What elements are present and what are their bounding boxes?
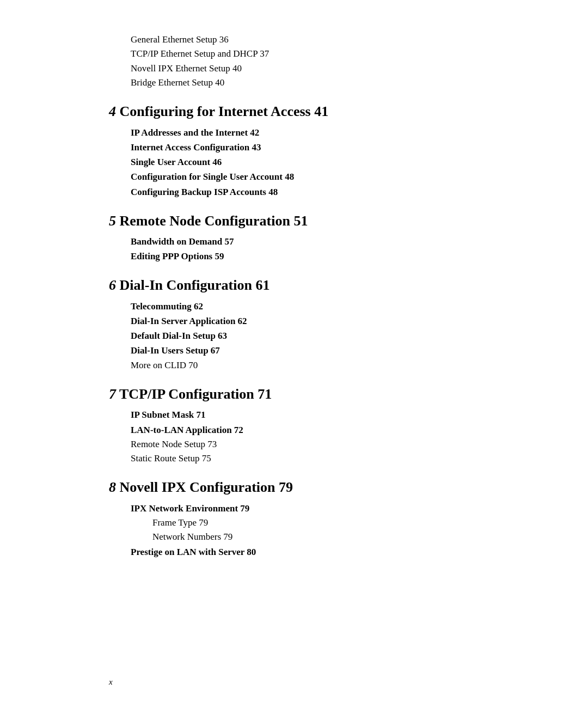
chapter-5-num: 5 <box>109 213 116 229</box>
chapter-7-section: 7 TCP/IP Configuration 71 IP Subnet Mask… <box>109 385 479 466</box>
list-item: Prestige on LAN with Server 80 <box>131 545 479 559</box>
chapter-4-section: 4 Configuring for Internet Access 41 IP … <box>109 102 479 199</box>
top-plain-items: General Ethernet Setup 36 TCP/IP Etherne… <box>109 33 479 90</box>
list-item: LAN-to-LAN Application 72 <box>131 423 479 437</box>
list-item: IP Addresses and the Internet 42 <box>131 125 479 140</box>
list-item: Internet Access Configuration 43 <box>131 140 479 155</box>
chapter-8-heading: 8 Novell IPX Configuration 79 <box>109 478 479 497</box>
chapter-5-section: 5 Remote Node Configuration 51 Bandwidth… <box>109 211 479 264</box>
chapter-6-heading: 6 Dial-In Configuration 61 <box>109 276 479 295</box>
list-item: IP Subnet Mask 71 <box>131 407 479 422</box>
chapter-5-title: Remote Node Configuration 51 <box>120 213 308 229</box>
chapter-4-num: 4 <box>109 103 116 119</box>
chapter-8-title: Novell IPX Configuration 79 <box>120 479 293 495</box>
chapter-7-title: TCP/IP Configuration 71 <box>119 386 272 402</box>
list-item: Network Numbers 79 <box>152 530 479 544</box>
list-item: Telecommuting 62 <box>131 299 479 314</box>
list-item: Dial-In Users Setup 67 <box>131 343 479 358</box>
page-number: x <box>109 678 113 686</box>
chapter-6-num: 6 <box>109 277 116 293</box>
list-item: More on CLID 70 <box>131 358 479 373</box>
page: General Ethernet Setup 36 TCP/IP Etherne… <box>0 0 588 714</box>
list-item: Default Dial-In Setup 63 <box>131 328 479 343</box>
list-item: Dial-In Server Application 62 <box>131 314 479 328</box>
chapter-8-section: 8 Novell IPX Configuration 79 IPX Networ… <box>109 478 479 559</box>
chapter-6-section: 6 Dial-In Configuration 61 Telecommuting… <box>109 276 479 372</box>
list-item: Editing PPP Options 59 <box>131 249 479 264</box>
list-item: Bridge Ethernet Setup 40 <box>131 76 479 90</box>
list-item: Frame Type 79 <box>152 516 479 530</box>
page-footer: x <box>109 678 113 687</box>
list-item: Configuration for Single User Account 48 <box>131 169 479 184</box>
list-item: Bandwidth on Demand 57 <box>131 234 479 249</box>
list-item: TCP/IP Ethernet Setup and DHCP 37 <box>131 47 479 61</box>
chapter-4-title: Configuring for Internet Access 41 <box>120 103 329 119</box>
chapter-6-title: Dial-In Configuration 61 <box>120 277 270 293</box>
chapter-8-num: 8 <box>109 479 116 495</box>
chapter-5-heading: 5 Remote Node Configuration 51 <box>109 211 479 231</box>
list-item: Configuring Backup ISP Accounts 48 <box>131 185 479 199</box>
chapter-7-num: 7 <box>109 386 116 402</box>
chapter-7-heading: 7 TCP/IP Configuration 71 <box>109 385 479 404</box>
list-item: Single User Account 46 <box>131 155 479 169</box>
list-item: Static Route Setup 75 <box>131 451 479 466</box>
list-item: Novell IPX Ethernet Setup 40 <box>131 62 479 76</box>
list-item: IPX Network Environment 79 <box>131 501 479 516</box>
list-item: General Ethernet Setup 36 <box>131 33 479 47</box>
list-item: Remote Node Setup 73 <box>131 437 479 451</box>
chapter-4-heading: 4 Configuring for Internet Access 41 <box>109 102 479 121</box>
